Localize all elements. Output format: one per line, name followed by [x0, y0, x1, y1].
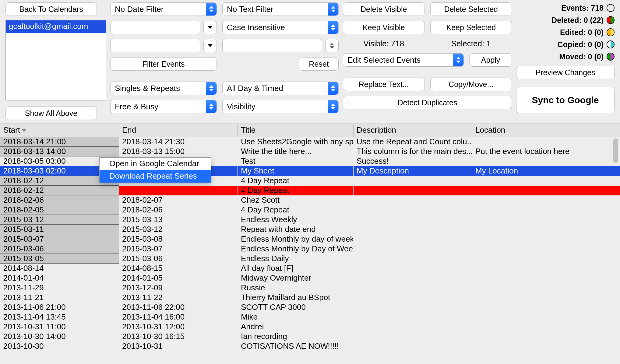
stepper-icon	[328, 21, 338, 34]
stepper-icon	[206, 3, 217, 16]
cell-loc	[472, 273, 620, 283]
preview-changes-button[interactable]: Preview Changes	[516, 66, 615, 79]
table-row[interactable]: 2018-02-124 Day Repeat	[0, 176, 620, 186]
cell-title: SCOTT CAP 3000	[238, 303, 354, 312]
visibility-select[interactable]: Visibility	[222, 100, 339, 113]
cell-desc	[354, 332, 472, 341]
col-description[interactable]: Description	[354, 124, 472, 137]
filter-dropdown-1[interactable]	[203, 21, 217, 34]
cell-start: 2018-03-14 21:00	[0, 137, 119, 147]
table-row[interactable]: 2015-03-052015-03-06Endless Daily	[0, 254, 620, 264]
cell-end: 2013-10-31	[119, 341, 238, 351]
events-table[interactable]: Start End Title Description Location 201…	[0, 124, 620, 351]
table-row[interactable]: 2018-03-03 02:00My SheetMy DescriptionMy…	[0, 166, 620, 176]
cell-title: Endless Daily	[238, 254, 354, 264]
filter-input-1[interactable]	[110, 21, 200, 34]
table-row[interactable]: 2015-03-072015-03-08Endless Monthly by d…	[0, 234, 620, 244]
numeric-stepper[interactable]	[325, 39, 339, 52]
table-row[interactable]: 2013-11-06 21:002013-11-06 22:00SCOTT CA…	[0, 303, 620, 312]
keep-selected-button[interactable]: Keep Selected	[430, 21, 512, 34]
scrollbar[interactable]	[613, 137, 619, 351]
table-row[interactable]: 2013-10-30 14:002013-10-30 16:15Ian reco…	[0, 332, 620, 341]
filter-events-button[interactable]: Filter Events	[110, 57, 217, 71]
table-row[interactable]: 2018-03-05 03:002018-03-05 04:00TestSucc…	[0, 156, 620, 166]
filter-input-3[interactable]	[222, 39, 322, 52]
chevron-up-icon	[330, 43, 334, 45]
table-row[interactable]: 2015-03-112015-03-12Repeat with date end	[0, 225, 620, 234]
text-filter-select[interactable]: No Text Filter	[222, 2, 339, 16]
cell-title: Midway Overnighter	[238, 273, 354, 283]
delete-visible-button[interactable]: Delete Visible	[343, 2, 425, 16]
table-row[interactable]: 2015-03-122015-03-13Endless Weekly	[0, 215, 620, 225]
cell-end: 2015-03-06	[119, 254, 238, 264]
table-row[interactable]: 2013-10-302013-10-31COTISATIONS AE NOW!!…	[0, 341, 620, 351]
replace-text-button[interactable]: Replace Text...	[343, 78, 425, 91]
col-end[interactable]: End	[119, 124, 238, 137]
table-row[interactable]: 2018-03-13 14:002018-03-13 15:00Write th…	[0, 147, 620, 156]
back-to-calendars-button[interactable]: Back To Calendars	[5, 2, 97, 16]
table-row[interactable]: 2015-03-062015-03-07Endless Monthly by D…	[0, 244, 620, 254]
cell-title: My Sheet	[238, 166, 354, 176]
cell-start: 2013-10-31 11:00	[0, 322, 119, 332]
apply-button[interactable]: Apply	[469, 53, 512, 67]
cell-desc	[354, 205, 472, 215]
cell-end: 2014-01-05	[119, 273, 238, 283]
filter-dropdown-2[interactable]	[203, 39, 217, 52]
table-row[interactable]: 2013-10-31 11:002013-10-31 12:00Andrei	[0, 322, 620, 332]
circle-icon	[607, 4, 615, 12]
date-filter-select[interactable]: No Date Filter	[110, 2, 217, 16]
scrollbar-thumb[interactable]	[613, 138, 618, 163]
table-row[interactable]: 2018-02-062018-02-07Chez Scott	[0, 195, 620, 205]
cell-loc	[472, 312, 620, 322]
ctx-open-in-gcal[interactable]: Open in Google Calendar	[100, 158, 211, 170]
cell-start: 2018-03-13 14:00	[0, 147, 119, 156]
detect-duplicates-button[interactable]: Detect Duplicates	[343, 96, 512, 109]
edit-selected-select[interactable]: Edit Selected Events	[343, 53, 464, 67]
col-location[interactable]: Location	[472, 124, 620, 137]
sync-to-google-button[interactable]: Sync to Google	[516, 87, 615, 113]
table-row[interactable]: 2013-11-212013-11-22Thierry Maillard au …	[0, 293, 620, 303]
cell-loc: Put the event location here	[472, 147, 620, 156]
table-row[interactable]: 2018-03-14 21:002018-03-14 21:30Use Shee…	[0, 137, 620, 147]
show-all-above-button[interactable]: Show All Above	[5, 107, 97, 120]
free-busy-select[interactable]: Free & Busy	[110, 100, 217, 113]
events-table-wrapper: Start End Title Description Location 201…	[0, 124, 620, 351]
cell-desc	[354, 322, 472, 332]
table-row[interactable]: 2014-08-142014-08-15All day float [F]	[0, 264, 620, 273]
table-row[interactable]: 2013-11-04 13:452013-11-04 16:00Mike	[0, 312, 620, 322]
cell-loc	[472, 254, 620, 264]
chevron-down-icon	[208, 26, 213, 29]
col-title[interactable]: Title	[238, 124, 354, 137]
delete-selected-button[interactable]: Delete Selected	[430, 2, 512, 16]
calendar-list[interactable]: gcaltoolkit@gmail.com	[5, 20, 106, 100]
cell-start: 2015-03-07	[0, 234, 119, 244]
cell-desc	[354, 195, 472, 205]
allday-timed-select[interactable]: All Day & Timed	[222, 82, 339, 95]
cell-title: Endless Monthly by day of week	[238, 234, 354, 244]
copied-stat: Copied: 0 (0)	[558, 40, 604, 49]
table-row[interactable]: 2014-01-042014-01-05Midway Overnighter	[0, 273, 620, 283]
cell-loc	[472, 186, 620, 195]
col-start[interactable]: Start	[0, 124, 119, 137]
cell-start: 2015-03-06	[0, 244, 119, 254]
table-row[interactable]: 2013-11-292013-12-09Russie	[0, 283, 620, 293]
cell-title: COTISATIONS AE NOW!!!!!	[238, 341, 354, 351]
case-select[interactable]: Case Insensitive	[222, 21, 339, 34]
ctx-download-repeat-series[interactable]: Download Repeat Series	[100, 170, 211, 183]
keep-visible-button[interactable]: Keep Visible	[343, 21, 425, 34]
table-row[interactable]: 2018-02-052018-02-064 Day Repeat	[0, 205, 620, 215]
copy-move-button[interactable]: Copy/Move...	[430, 78, 512, 91]
cell-desc	[354, 303, 472, 312]
reset-button[interactable]: Reset	[299, 57, 339, 71]
moved-stat: Moved: 0 (0)	[559, 52, 604, 61]
singles-repeats-select[interactable]: Singles & Repeats	[110, 82, 217, 95]
filter-input-2[interactable]	[110, 39, 200, 52]
cell-title: 4 Day Repeat	[238, 186, 354, 195]
cell-start: 2013-11-29	[0, 283, 119, 293]
stepper-icon	[328, 82, 338, 95]
cell-loc	[472, 332, 620, 341]
cell-start: 2013-11-04 13:45	[0, 312, 119, 322]
calendar-item[interactable]: gcaltoolkit@gmail.com	[6, 20, 106, 33]
deleted-stat: Deleted: 0 (22)	[551, 16, 604, 25]
table-row[interactable]: 2018-02-124 Day Repeat	[0, 186, 620, 195]
